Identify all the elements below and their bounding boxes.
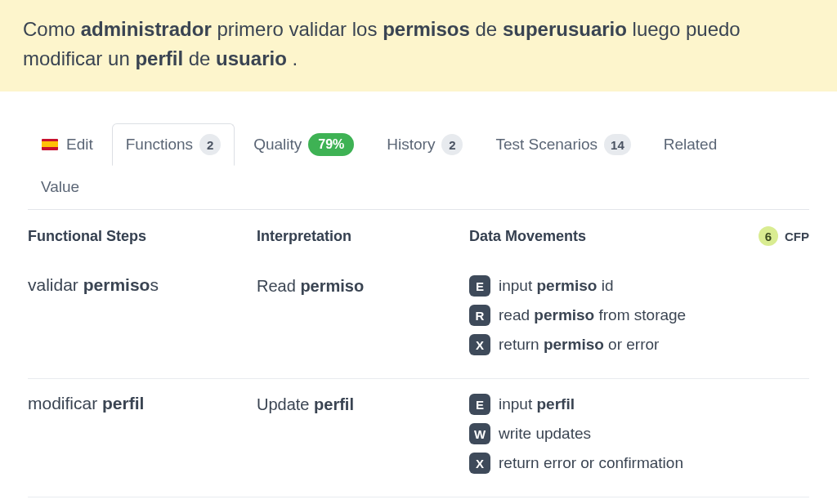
movement-type-chip: W <box>469 423 490 444</box>
tab-functions-count: 2 <box>199 134 221 155</box>
tab-quality-pct: 79% <box>308 133 354 156</box>
data-movements: Einput permiso idRread permiso from stor… <box>469 275 809 355</box>
tab-functions-label: Functions <box>126 136 193 154</box>
tab-history-label: History <box>387 136 435 154</box>
table-headers: Functional Steps Interpretation Data Mov… <box>28 210 809 261</box>
flag-spain-icon <box>42 139 58 150</box>
tab-value[interactable]: Value <box>28 167 809 209</box>
data-movement-item: Rread permiso from storage <box>469 305 809 326</box>
tab-functions[interactable]: Functions 2 <box>112 123 235 166</box>
data-movement-item: Xreturn permiso or error <box>469 334 809 355</box>
functional-step: validar permisos <box>28 275 257 355</box>
interpretation: Update perfil <box>257 394 469 474</box>
movement-text: input perfil <box>499 395 575 413</box>
movement-type-chip: E <box>469 394 490 415</box>
table-row: validar permisosRead permisoEinput permi… <box>28 261 809 379</box>
movement-type-chip: E <box>469 275 490 297</box>
data-movement-item: Wwrite updates <box>469 423 809 444</box>
movement-type-chip: R <box>469 305 490 326</box>
cfp-total: 6 CFP <box>759 226 809 246</box>
interpretation: Read permiso <box>257 275 469 355</box>
cfp-label: CFP <box>785 230 809 243</box>
tab-related-label: Related <box>664 136 718 154</box>
tab-test-scenarios[interactable]: Test Scenarios 14 <box>481 123 644 166</box>
data-movement-item: Xreturn error or confirmation <box>469 453 809 474</box>
cfp-count: 6 <box>759 226 778 246</box>
functional-step: modificar perfil <box>28 394 257 474</box>
header-interp: Interpretation <box>257 228 469 245</box>
rows-container: validar permisosRead permisoEinput permi… <box>28 261 809 497</box>
movement-text: write updates <box>499 425 591 443</box>
tab-related[interactable]: Related <box>650 125 732 164</box>
tab-edit-label: Edit <box>66 136 93 154</box>
movement-text: input permiso id <box>499 277 613 295</box>
tab-edit[interactable]: Edit <box>28 125 107 164</box>
tab-quality[interactable]: Quality 79% <box>239 123 368 167</box>
data-movement-item: Einput perfil <box>469 394 809 415</box>
tab-history[interactable]: History 2 <box>373 123 477 166</box>
movement-text: read permiso from storage <box>499 306 686 324</box>
main-content: Edit Functions 2 Quality 79% History 2 T… <box>0 123 837 497</box>
data-movements: Einput perfilWwrite updatesXreturn error… <box>469 394 809 474</box>
tab-test-count: 14 <box>604 134 631 155</box>
tab-history-count: 2 <box>441 134 463 155</box>
tab-test-label: Test Scenarios <box>495 136 598 154</box>
movement-text: return error or confirmation <box>499 454 683 472</box>
movement-text: return permiso or error <box>499 336 659 354</box>
header-steps: Functional Steps <box>28 228 257 245</box>
data-movement-item: Einput permiso id <box>469 275 809 297</box>
tab-quality-label: Quality <box>253 136 302 154</box>
story-banner: Como administrador primero validar los p… <box>0 0 837 91</box>
tab-value-label: Value <box>41 178 79 195</box>
movement-type-chip: X <box>469 453 490 474</box>
table-row: modificar perfilUpdate perfilEinput perf… <box>28 379 809 497</box>
header-data-movements: Data Movements <box>469 228 586 245</box>
tabs-row: Edit Functions 2 Quality 79% History 2 T… <box>28 123 809 167</box>
movement-type-chip: X <box>469 334 490 355</box>
